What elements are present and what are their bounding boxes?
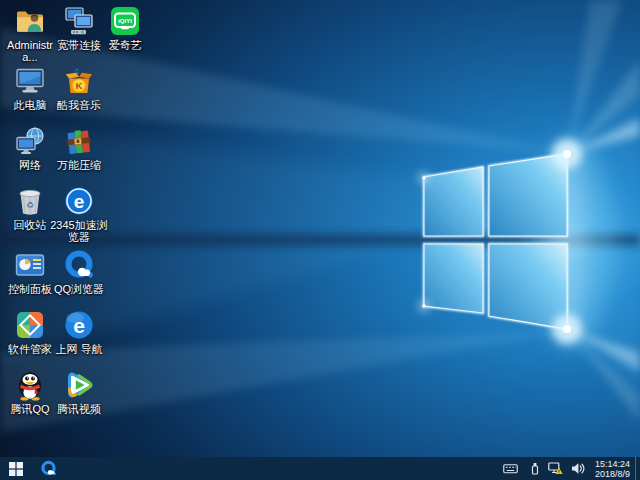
touch-keyboard-icon[interactable]: [499, 457, 526, 480]
software-manager-icon: [14, 309, 46, 341]
desktop-icon-label: 宽带连接: [57, 39, 101, 51]
archive-books-icon: [63, 125, 95, 157]
desktop-icon-label: 此电脑: [14, 99, 47, 111]
qq-penguin-icon: [14, 369, 46, 401]
windows-logo-icon: [9, 462, 23, 476]
desktop-icon-label: 腾讯视频: [57, 403, 101, 415]
desktop-icon-label: QQ浏览器: [54, 283, 104, 295]
show-desktop-button[interactable]: [635, 457, 640, 480]
this-pc-icon: [14, 65, 46, 97]
desktop-icon-label: 酷我音乐: [57, 99, 101, 111]
desktop-icon-iqiyi[interactable]: iQIYI 爱奇艺: [96, 5, 154, 51]
taskbar-empty-area: [65, 457, 499, 480]
clock-time: 15:14:24: [595, 459, 630, 469]
desktop-icon-web-nav[interactable]: e 上网 导航: [50, 309, 108, 355]
control-panel-icon: [14, 249, 46, 281]
desktop-icon-kuwo-music[interactable]: ♫ K 酷我音乐: [50, 65, 108, 111]
desktop-icon-label: 万能压缩: [57, 159, 101, 171]
desktop-icon-label: 爱奇艺: [109, 39, 142, 51]
desktop-icon-label: 上网 导航: [55, 343, 102, 355]
desktop-icon-label: 网络: [19, 159, 41, 171]
desktop-icon-label: 回收站: [14, 219, 47, 231]
svg-text:K: K: [76, 80, 83, 91]
svg-text:e: e: [73, 314, 85, 337]
user-folder-icon: [14, 5, 46, 37]
network-warning-icon[interactable]: [544, 457, 567, 480]
taskbar-qq-browser-button[interactable]: [32, 457, 65, 480]
svg-text:e: e: [74, 191, 85, 212]
usb-device-icon[interactable]: [526, 457, 544, 480]
kuwo-music-icon: ♫ K: [63, 65, 95, 97]
qq-browser-icon: [40, 460, 57, 477]
desktop-icon-qq-browser[interactable]: QQ浏览器: [50, 249, 108, 295]
broadband-connection-icon: [63, 5, 95, 37]
start-button[interactable]: [0, 457, 32, 480]
qq-browser-icon: [63, 249, 95, 281]
desktop-screen: Administra... 宽带连接 iQIYI 爱奇艺: [0, 0, 640, 480]
desktop-icon-label: 腾讯QQ: [10, 403, 49, 415]
e-navigation-icon: e: [63, 309, 95, 341]
tencent-video-icon: [63, 369, 95, 401]
taskbar: 15:14:24 2018/8/9: [0, 457, 640, 480]
desktop-icon-label: 软件管家: [8, 343, 52, 355]
system-tray: 15:14:24 2018/8/9: [499, 457, 640, 480]
svg-text:iQIYI: iQIYI: [118, 18, 132, 24]
clock-date: 2018/8/9: [595, 469, 630, 479]
network-icon: [14, 125, 46, 157]
svg-text:♻: ♻: [26, 200, 34, 210]
desktop-icon-tencent-video[interactable]: 腾讯视频: [50, 369, 108, 415]
2345-browser-icon: e: [63, 185, 95, 217]
taskbar-clock[interactable]: 15:14:24 2018/8/9: [589, 459, 635, 479]
desktop-icon-2345-browser[interactable]: e 2345加速浏览器: [50, 185, 108, 243]
recycle-bin-icon: ♻: [14, 185, 46, 217]
desktop-icon-label: 2345加速浏览器: [50, 219, 108, 243]
desktop-icon-archiver[interactable]: 万能压缩: [50, 125, 108, 171]
iqiyi-icon: iQIYI: [109, 5, 141, 37]
volume-icon[interactable]: [567, 457, 589, 480]
desktop-icon-label: 控制面板: [8, 283, 52, 295]
